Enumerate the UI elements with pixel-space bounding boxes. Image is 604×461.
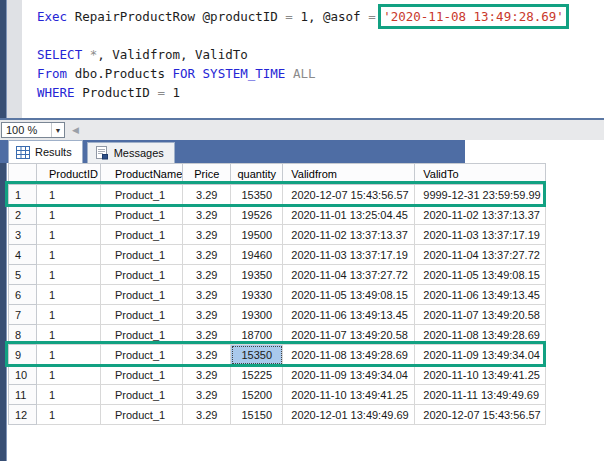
grid-cell[interactable]: 3.29 bbox=[183, 245, 231, 265]
grid-cell[interactable]: Product_1 bbox=[101, 365, 183, 385]
grid-cell[interactable]: Product_1 bbox=[101, 265, 183, 285]
sql-editor[interactable]: Exec RepairProductRow @productID = 1, @a… bbox=[7, 0, 604, 118]
grid-cell[interactable]: 1 bbox=[37, 285, 101, 305]
grid-cell[interactable]: 15150 bbox=[231, 405, 283, 425]
grid-cell[interactable]: 3.29 bbox=[183, 305, 231, 325]
grid-cell[interactable]: 2020-11-02 13:37:13.37 bbox=[415, 205, 546, 225]
row-number-cell[interactable]: 1 bbox=[9, 185, 37, 205]
grid-cell[interactable]: 1 bbox=[37, 245, 101, 265]
grid-cell[interactable]: 3.29 bbox=[183, 385, 231, 405]
grid-cell[interactable]: Product_1 bbox=[101, 385, 183, 405]
grid-cell[interactable]: 15350 bbox=[231, 185, 283, 205]
grid-cell[interactable]: 3.29 bbox=[183, 185, 231, 205]
code-line[interactable]: Exec RepairProductRow @productID = 1, @a… bbox=[37, 7, 604, 26]
grid-cell[interactable]: 1 bbox=[37, 205, 101, 225]
grid-cell[interactable]: 15350 bbox=[231, 345, 283, 365]
grid-cell[interactable]: 2020-11-03 13:37:17.19 bbox=[283, 245, 415, 265]
grid-cell[interactable]: 2020-11-06 13:49:13.45 bbox=[415, 285, 546, 305]
grid-cell[interactable]: 9999-12-31 23:59:59.99 bbox=[415, 185, 546, 205]
row-number-cell[interactable]: 2 bbox=[9, 205, 37, 225]
row-number-cell[interactable]: 5 bbox=[9, 265, 37, 285]
grid-cell[interactable]: 2020-11-10 13:49:41.25 bbox=[415, 365, 546, 385]
grid-cell[interactable]: 3.29 bbox=[183, 345, 231, 365]
grid-cell[interactable]: 19330 bbox=[231, 285, 283, 305]
grid-cell[interactable]: 1 bbox=[37, 265, 101, 285]
grid-cell[interactable]: Product_1 bbox=[101, 205, 183, 225]
grid-cell[interactable]: 2020-11-09 13:49:34.04 bbox=[415, 345, 546, 365]
grid-cell[interactable]: 2020-11-04 13:37:27.72 bbox=[415, 245, 546, 265]
grid-cell[interactable]: 2020-11-08 13:49:28.69 bbox=[283, 345, 415, 365]
column-header-productid[interactable]: ProductID bbox=[37, 164, 101, 185]
column-header-validto[interactable]: ValidTo bbox=[415, 164, 546, 185]
code-line[interactable] bbox=[37, 26, 604, 45]
grid-cell[interactable]: Product_1 bbox=[101, 185, 183, 205]
grid-cell[interactable]: Product_1 bbox=[101, 345, 183, 365]
row-number-cell[interactable]: 8 bbox=[9, 325, 37, 345]
grid-cell[interactable]: 18700 bbox=[231, 325, 283, 345]
grid-cell[interactable]: 19500 bbox=[231, 225, 283, 245]
horizontal-scrollbar[interactable] bbox=[79, 120, 604, 140]
grid-corner-cell[interactable] bbox=[9, 164, 37, 185]
code-lines[interactable]: Exec RepairProductRow @productID = 1, @a… bbox=[29, 0, 604, 102]
grid-cell[interactable]: 2020-11-04 13:37:27.72 bbox=[283, 265, 415, 285]
grid-cell[interactable]: Product_1 bbox=[101, 305, 183, 325]
code-line[interactable]: WHERE ProductID = 1 bbox=[37, 83, 604, 102]
grid-cell[interactable]: 2020-11-09 13:49:34.04 bbox=[283, 365, 415, 385]
grid-cell[interactable]: 2020-11-02 13:37:13.37 bbox=[283, 225, 415, 245]
grid-cell[interactable]: 2020-11-11 13:49:49.69 bbox=[415, 385, 546, 405]
grid-cell[interactable]: 3.29 bbox=[183, 325, 231, 345]
grid-cell[interactable]: 2020-11-06 13:49:13.45 bbox=[283, 305, 415, 325]
code-line[interactable]: From dbo.Products FOR SYSTEM_TIME ALL bbox=[37, 64, 604, 83]
column-header-quantity[interactable]: quantity bbox=[231, 164, 283, 185]
grid-cell[interactable]: Product_1 bbox=[101, 405, 183, 425]
row-number-cell[interactable]: 10 bbox=[9, 365, 37, 385]
grid-cell[interactable]: 15200 bbox=[231, 385, 283, 405]
grid-cell[interactable]: 3.29 bbox=[183, 265, 231, 285]
grid-cell[interactable]: 19526 bbox=[231, 205, 283, 225]
row-number-cell[interactable]: 11 bbox=[9, 385, 37, 405]
grid-cell[interactable]: 3.29 bbox=[183, 225, 231, 245]
grid-cell[interactable]: 1 bbox=[37, 225, 101, 245]
grid-cell[interactable]: 2020-11-07 13:49:20.58 bbox=[415, 305, 546, 325]
grid-cell[interactable]: 3.29 bbox=[183, 365, 231, 385]
column-header-validfrom[interactable]: Validfrom bbox=[283, 164, 415, 185]
grid-cell[interactable]: 3.29 bbox=[183, 405, 231, 425]
grid-cell[interactable]: 1 bbox=[37, 325, 101, 345]
row-number-cell[interactable]: 6 bbox=[9, 285, 37, 305]
column-header-productname[interactable]: ProductName bbox=[101, 164, 183, 185]
row-number-cell[interactable]: 4 bbox=[9, 245, 37, 265]
grid-cell[interactable]: 19300 bbox=[231, 305, 283, 325]
grid-cell[interactable]: Product_1 bbox=[101, 225, 183, 245]
grid-cell[interactable]: 1 bbox=[37, 185, 101, 205]
grid-cell[interactable]: 1 bbox=[37, 345, 101, 365]
grid-cell[interactable]: 1 bbox=[37, 365, 101, 385]
tab-results[interactable]: Results bbox=[8, 140, 83, 163]
results-grid[interactable]: ProductIDProductNamePricequantityValidfr… bbox=[8, 163, 546, 425]
row-number-cell[interactable]: 3 bbox=[9, 225, 37, 245]
grid-cell[interactable]: Product_1 bbox=[101, 325, 183, 345]
row-number-cell[interactable]: 7 bbox=[9, 305, 37, 325]
scroll-left-icon[interactable]: ◀ bbox=[72, 125, 79, 135]
grid-cell[interactable]: 1 bbox=[37, 305, 101, 325]
grid-cell[interactable]: 2020-11-05 13:49:08.15 bbox=[415, 265, 546, 285]
grid-cell[interactable]: 2020-11-07 13:49:20.58 bbox=[283, 325, 415, 345]
grid-cell[interactable]: 2020-12-07 15:43:56.57 bbox=[283, 185, 415, 205]
grid-cell[interactable]: 2020-11-10 13:49:41.25 bbox=[283, 385, 415, 405]
grid-cell[interactable]: 2020-11-03 13:37:17.19 bbox=[415, 225, 546, 245]
grid-cell[interactable]: Product_1 bbox=[101, 245, 183, 265]
tab-messages[interactable]: Messages bbox=[87, 142, 175, 163]
zoom-level-dropdown[interactable]: 100 % ▼ bbox=[1, 122, 65, 138]
chevron-down-icon[interactable]: ▼ bbox=[51, 123, 64, 137]
grid-cell[interactable]: 2020-11-08 13:49:28.69 bbox=[415, 325, 546, 345]
grid-cell[interactable]: Product_1 bbox=[101, 285, 183, 305]
row-number-cell[interactable]: 9 bbox=[9, 345, 37, 365]
column-header-price[interactable]: Price bbox=[183, 164, 231, 185]
grid-cell[interactable]: 1 bbox=[37, 385, 101, 405]
grid-cell[interactable]: 3.29 bbox=[183, 205, 231, 225]
grid-cell[interactable]: 2020-11-01 13:25:04.45 bbox=[283, 205, 415, 225]
grid-cell[interactable]: 15225 bbox=[231, 365, 283, 385]
grid-cell[interactable]: 3.29 bbox=[183, 285, 231, 305]
grid-cell[interactable]: 2020-12-07 15:43:56.57 bbox=[415, 405, 546, 425]
grid-cell[interactable]: 2020-12-01 13:49:49.69 bbox=[283, 405, 415, 425]
grid-cell[interactable]: 19460 bbox=[231, 245, 283, 265]
